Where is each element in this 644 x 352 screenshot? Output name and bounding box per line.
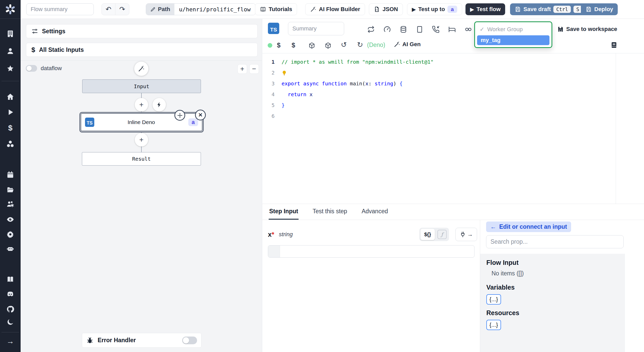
play-icon: ▶ [412, 7, 416, 12]
add-step-button[interactable]: + [135, 98, 148, 111]
flow-node-input[interactable]: Input [82, 79, 201, 93]
package-button[interactable] [325, 42, 332, 51]
editor-scrollbar[interactable] [616, 53, 616, 204]
sidebar-item-docs[interactable] [0, 276, 21, 283]
sidebar-item-audit-logs[interactable] [0, 216, 21, 223]
dataflow-row: dataflow [26, 65, 62, 72]
deploy-button[interactable]: Deploy [581, 3, 618, 15]
tab-step-input[interactable]: Step Input [269, 204, 299, 220]
lightbulb-icon[interactable] [282, 67, 287, 78]
error-handler-toggle[interactable] [182, 337, 197, 344]
cache-button[interactable] [400, 26, 407, 33]
save-to-workspace-button[interactable]: Save to workspace [557, 26, 617, 32]
test-flow-button[interactable]: ▶ Test flow [465, 3, 505, 15]
sidebar-collapse-button[interactable]: → [0, 337, 21, 345]
dollar-env-button[interactable]: $ [277, 42, 281, 49]
dataflow-label: dataflow [41, 65, 62, 72]
sleep-button[interactable] [448, 26, 456, 33]
save-draft-button[interactable]: Save draft Ctrl S [510, 3, 587, 15]
sidebar-item-github[interactable] [0, 305, 21, 313]
sidebar-item-groups[interactable] [0, 200, 21, 208]
sidebar-item-resources[interactable] [0, 140, 21, 148]
template-mode-button[interactable]: ${} [420, 229, 435, 240]
ai-flow-builder-button[interactable]: AI Flow Builder [305, 3, 365, 15]
sidebar-item-ai[interactable] [0, 245, 21, 252]
argument-name: x [268, 231, 272, 239]
sidebar-item-variables[interactable]: $ [0, 124, 21, 132]
worker-group-selected-option[interactable]: my_tag [477, 35, 549, 45]
windmill-logo[interactable] [0, 0, 21, 19]
add-step-button[interactable]: + [135, 133, 148, 146]
discord-icon [6, 290, 14, 298]
move-step-handle[interactable] [174, 110, 185, 121]
sidebar-item-workspace[interactable] [0, 30, 21, 38]
error-handler-card: Error Handler [82, 333, 201, 348]
delete-step-button[interactable]: ✕ [195, 110, 206, 120]
javascript-mode-button[interactable]: ƒ [437, 230, 447, 239]
sidebar-item-home[interactable] [0, 93, 21, 101]
package-button[interactable] [308, 42, 315, 51]
argument-type: string [279, 231, 293, 238]
search-prop-input[interactable] [486, 235, 624, 248]
flow-settings-button[interactable]: Settings [26, 24, 258, 38]
json-button[interactable]: JSON [369, 3, 403, 15]
tab-test-this-step[interactable]: Test this step [312, 204, 348, 220]
result-node-label: Result [132, 156, 151, 162]
flow-node-result[interactable]: Result [82, 152, 201, 166]
undo-button[interactable]: ↶ [102, 4, 115, 15]
flow-summary-input[interactable] [26, 3, 94, 15]
zoom-in-button[interactable]: + [238, 64, 247, 74]
ai-assistant-button[interactable] [134, 62, 148, 76]
dataflow-toggle[interactable] [26, 65, 37, 72]
step-editor-panel: TS ✓ Worker Group my_tag Save to workspa… [262, 19, 644, 204]
tutorials-button[interactable]: Tutorials [255, 3, 297, 15]
phone-incoming-icon [432, 26, 440, 33]
add-trigger-button[interactable] [152, 98, 166, 111]
mock-button[interactable] [416, 26, 423, 33]
sidebar-item-user[interactable] [0, 47, 21, 55]
all-static-inputs-label: All Static Inputs [39, 46, 84, 53]
sidebar-item-settings[interactable] [0, 230, 21, 238]
code-lines: // import * as wmill from "npm:windmill-… [282, 56, 434, 121]
all-static-inputs-button[interactable]: $ All Static Inputs [26, 43, 258, 57]
top-toolbar: ↶ ↷ Path u/henri/prolific_flow Tutorials… [21, 0, 644, 19]
reload-button[interactable]: ↻ [357, 40, 363, 49]
flow-panel-divider [21, 60, 262, 61]
sliders-icon [31, 28, 38, 35]
zoom-out-button[interactable]: − [249, 64, 259, 74]
sidebar-item-folders[interactable] [0, 186, 21, 194]
retries-button[interactable] [367, 26, 375, 33]
worker-group-option[interactable]: ✓ Worker Group [477, 24, 549, 35]
dollar-var-button[interactable]: $ [292, 42, 295, 49]
dollar-icon: $ [292, 42, 295, 49]
concurrency-button[interactable] [464, 26, 472, 33]
ai-gen-button[interactable]: AI Gen [394, 41, 421, 48]
edit-or-connect-button[interactable]: ← Edit or connect an input [486, 222, 571, 232]
early-stop-button[interactable] [383, 26, 391, 33]
sidebar-item-dark-mode[interactable] [0, 318, 21, 326]
star-icon [6, 65, 14, 72]
suspend-button[interactable] [432, 26, 440, 33]
plus-icon: + [139, 101, 143, 109]
sidebar-item-favorites[interactable] [0, 65, 21, 72]
variables-object-chip[interactable]: {...} [486, 294, 501, 305]
sidebar-item-discord[interactable] [0, 290, 21, 298]
redo-button[interactable]: ↷ [115, 4, 129, 15]
step-summary-input[interactable] [288, 22, 344, 35]
save-draft-label: Save draft [523, 6, 551, 13]
deploy-label: Deploy [594, 6, 613, 13]
resources-object-chip[interactable]: {...} [486, 320, 501, 330]
tab-advanced[interactable]: Advanced [361, 204, 388, 220]
script-library-button[interactable] [611, 42, 617, 50]
argument-value-input[interactable] [268, 245, 474, 258]
code-gutter: 123456 [262, 56, 278, 121]
code-editor[interactable]: 123456 // import * as wmill from "npm:wi… [262, 53, 644, 204]
sidebar-item-runs[interactable] [0, 108, 21, 116]
path-value[interactable]: u/henri/prolific_flow [174, 4, 255, 15]
sidebar-item-schedules[interactable] [0, 171, 21, 179]
connect-input-button[interactable]: → [455, 228, 477, 241]
deno-node-label: Inline Deno [128, 119, 155, 125]
reset-code-button[interactable]: ↺ [341, 40, 347, 49]
test-up-to-button[interactable]: ▶ Test up to a [407, 3, 462, 15]
path-edit-button[interactable]: Path [146, 4, 174, 15]
